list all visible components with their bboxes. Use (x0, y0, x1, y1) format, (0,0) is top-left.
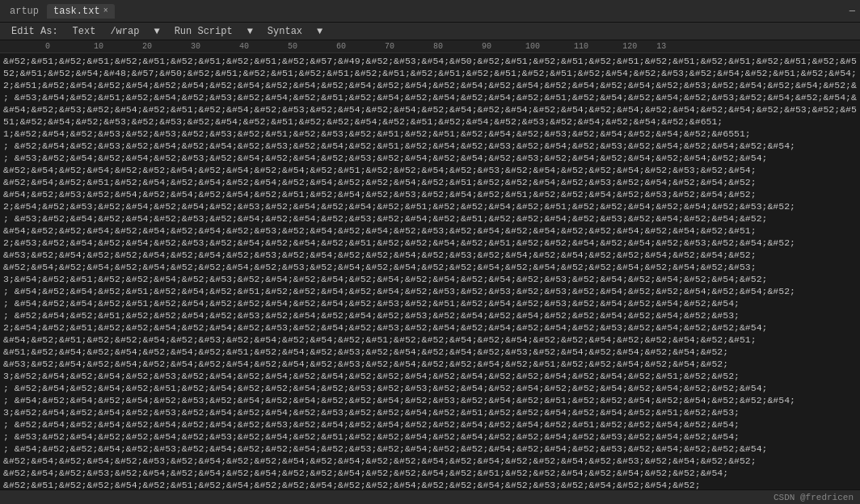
editor-line: 2;&#51;&#52;&#54;&#52;&#54;&#52;&#54;&#5… (3, 79, 857, 91)
menu-editas: Edit As: (5, 25, 65, 38)
ruler: 0 10 20 30 40 50 60 70 80 90 100 110 120… (0, 40, 860, 53)
editor-line: ; &#54;&#52;&#54;&#52;&#51;&#52;&#54;&#5… (3, 285, 857, 297)
menu-wrap[interactable]: /wrap (103, 25, 145, 38)
editor-line: ; &#53;&#52;&#54;&#52;&#52;&#54;&#52;&#5… (3, 430, 857, 443)
editor[interactable]: &#52;&#51;&#52;&#51;&#52;&#51;&#52;&#51;… (0, 53, 860, 489)
editor-line: ; &#52;&#54;&#52;&#51;&#52;&#52;&#54;&#5… (3, 309, 857, 321)
editor-line: ; &#54;&#52;&#54;&#52;&#54;&#52;&#53;&#5… (3, 394, 857, 406)
menu-syntax[interactable]: Syntax (261, 25, 309, 38)
editor-line: &#52;&#54;&#52;&#54;&#52;&#53;&#52;&#54;… (3, 455, 857, 467)
editor-line: ; &#54;&#52;&#52;&#54;&#52;&#53;&#52;&#5… (3, 443, 857, 455)
editor-line: 3;&#52;&#54;&#52;&#54;&#52;&#53;&#52;&#5… (3, 370, 857, 382)
editor-line: &#54;&#52;&#53;&#52;&#54;&#52;&#54;&#52;… (3, 188, 857, 200)
editor-line: ; &#52;&#54;&#52;&#54;&#52;&#54;&#52;&#5… (3, 418, 857, 430)
titlebar-left: artup task.txt × (5, 4, 115, 19)
editor-line: &#52;&#54;&#52;&#51;&#52;&#54;&#52;&#54;… (3, 176, 857, 188)
editor-line: ; &#54;&#52;&#54;&#52;&#51;&#52;&#54;&#5… (3, 297, 857, 309)
editor-line: &#52;&#54;&#52;&#54;&#52;&#54;&#52;&#52;… (3, 261, 857, 273)
active-tab[interactable]: task.txt × (47, 4, 115, 19)
editor-line: 2;&#53;&#52;&#54;&#52;&#54;&#52;&#53;&#5… (3, 237, 857, 249)
editor-line: &#52;&#51;&#52;&#51;&#52;&#51;&#52;&#51;… (3, 55, 857, 67)
editor-line: &#54;&#52;&#52;&#54;&#52;&#54;&#52;&#54;… (3, 225, 857, 237)
editor-line: &#52;&#51;&#52;&#52;&#54;&#52;&#51;&#52;… (3, 479, 857, 489)
statusbar: CSDN @fredricen (0, 489, 860, 504)
editor-line: ; &#53;&#54;&#52;&#51;&#52;&#54;&#52;&#5… (3, 91, 857, 103)
editor-line: &#54;&#52;&#51;&#52;&#52;&#54;&#52;&#53;… (3, 334, 857, 346)
menu-runscript-dropdown[interactable]: ▼ (241, 25, 259, 38)
editor-line: 51;&#52;&#54;&#52;&#53;&#52;&#53;&#52;&#… (3, 116, 857, 128)
editor-line: &#53;&#52;&#54;&#52;&#54;&#52;&#54;&#52;… (3, 358, 857, 370)
editor-line: 3;&#54;&#52;&#51;&#52;&#52;&#54;&#52;&#5… (3, 273, 857, 285)
tab-close-button[interactable]: × (103, 6, 108, 15)
menu-text-dropdown[interactable]: ▼ (147, 25, 166, 38)
titlebar-right: — (849, 6, 855, 17)
menu-text[interactable]: Text (66, 25, 103, 38)
editor-line: ; &#53;&#52;&#54;&#52;&#54;&#52;&#53;&#5… (3, 212, 857, 225)
menu-syntax-dropdown[interactable]: ▼ (310, 25, 329, 38)
editor-line: 2;&#54;&#52;&#53;&#52;&#54;&#52;&#54;&#5… (3, 200, 857, 212)
editor-line: 1;&#52;&#54;&#52;&#53;&#52;&#53;&#52;&#5… (3, 128, 857, 140)
editor-line: 2;&#54;&#52;&#51;&#52;&#52;&#54;&#52;&#5… (3, 321, 857, 334)
menu-runscript[interactable]: Run Script (168, 25, 239, 38)
editor-line: &#52;&#54;&#52;&#54;&#52;&#52;&#54;&#52;… (3, 164, 857, 176)
editor-line: ; &#53;&#52;&#54;&#52;&#54;&#52;&#53;&#5… (3, 152, 857, 164)
artup-label: artup (5, 4, 44, 19)
editor-line: &#51;&#52;&#54;&#52;&#54;&#52;&#54;&#52;… (3, 346, 857, 358)
editor-line: &#52;&#54;&#52;&#53;&#52;&#54;&#52;&#54;… (3, 467, 857, 479)
menubar: Edit As: Text /wrap ▼ Run Script ▼ Synta… (0, 23, 860, 40)
editor-line: 52;&#51;&#52;&#54;&#48;&#57;&#50;&#52;&#… (3, 67, 857, 79)
editor-line: 3;&#52;&#54;&#52;&#54;&#52;&#53;&#52;&#5… (3, 406, 857, 418)
editor-line: &#53;&#52;&#54;&#52;&#52;&#54;&#52;&#54;… (3, 249, 857, 261)
editor-line: &#54;&#52;&#53;&#52;&#54;&#52;&#51;&#52;… (3, 103, 857, 116)
credit-text: CSDN @fredricen (774, 493, 854, 502)
titlebar: artup task.txt × — (0, 0, 860, 23)
editor-line: ; &#52;&#54;&#52;&#54;&#52;&#51;&#52;&#5… (3, 382, 857, 394)
tab-filename: task.txt (53, 6, 100, 17)
editor-line: ; &#52;&#54;&#52;&#53;&#52;&#54;&#52;&#5… (3, 140, 857, 152)
